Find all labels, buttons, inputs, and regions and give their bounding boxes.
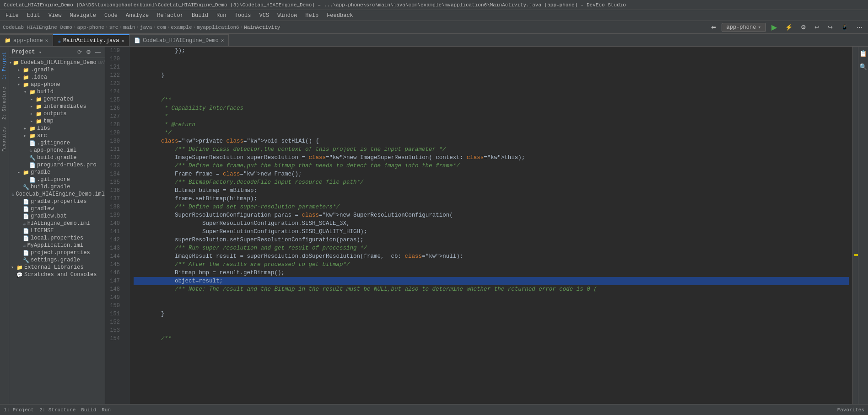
tree-item[interactable]: ▸📁intermediates bbox=[9, 103, 105, 110]
settings-btn[interactable]: ⚙ bbox=[798, 22, 809, 32]
code-line[interactable]: object=result; bbox=[134, 277, 849, 285]
tree-item[interactable]: ▾📁app-phone bbox=[9, 81, 105, 88]
code-line[interactable]: /** BitmapFactory.decodeFile input resou… bbox=[134, 178, 849, 186]
code-line[interactable]: */ bbox=[134, 129, 849, 137]
device-btn[interactable]: 📱 bbox=[838, 22, 851, 32]
tree-item[interactable]: 📄.gitignore bbox=[9, 139, 105, 147]
code-line[interactable]: Frame frame = class="kw">new Frame(); bbox=[134, 170, 849, 178]
code-line[interactable]: frame.setBitmap(bitmap); bbox=[134, 195, 849, 203]
tree-item[interactable]: ▸📁gradle bbox=[9, 169, 105, 176]
tree-item[interactable]: 💬Scratches and Consoles bbox=[9, 271, 105, 278]
menu-item-window[interactable]: Window bbox=[274, 11, 301, 20]
tree-item[interactable]: 📄proguard-rules.pro bbox=[9, 161, 105, 169]
status-run[interactable]: Run bbox=[102, 407, 111, 413]
tree-item[interactable]: ▸📁.gradle bbox=[9, 66, 105, 74]
tree-item[interactable]: ☕HIAIEngine_demo.iml bbox=[9, 220, 105, 227]
run-config-dropdown-icon[interactable]: ▾ bbox=[758, 24, 761, 30]
code-line[interactable]: ImageSuperResolution superResolution = c… bbox=[134, 154, 849, 162]
tree-item[interactable]: ☕MyApplication.iml bbox=[9, 242, 105, 249]
code-line[interactable]: /** bbox=[134, 335, 849, 343]
tree-item[interactable]: ☕CodeLab_HIAIEngine_Demo.iml bbox=[9, 191, 105, 198]
menu-item-help[interactable]: Help bbox=[302, 11, 322, 20]
code-line[interactable]: Bitmap bitmap = mBitmap; bbox=[134, 186, 849, 195]
tree-item[interactable]: 📄project.properties bbox=[9, 249, 105, 256]
code-line[interactable]: Bitmap bmp = result.getBitmap(); bbox=[134, 269, 849, 277]
code-line[interactable] bbox=[134, 88, 849, 96]
breadcrumb-mainactivity[interactable]: MainActivity bbox=[244, 25, 280, 30]
breadcrumb-main[interactable]: main bbox=[123, 25, 135, 30]
tree-item[interactable]: ▸📁src bbox=[9, 132, 105, 139]
code-line[interactable] bbox=[134, 326, 849, 335]
right-panel-icon-2[interactable]: 🔍 bbox=[858, 62, 868, 72]
tree-item[interactable]: 📄.gitignore bbox=[9, 176, 105, 183]
tab-app-phone-close[interactable]: ✕ bbox=[45, 37, 49, 43]
tree-item[interactable]: ▸📁outputs bbox=[9, 110, 105, 117]
code-line[interactable]: /** After the results are processed to g… bbox=[134, 261, 849, 269]
breadcrumb-project[interactable]: CodeLab_HIAIEngine_Demo bbox=[3, 25, 72, 30]
menu-item-run[interactable]: Run bbox=[213, 11, 230, 20]
tree-item[interactable]: ▸📁generated bbox=[9, 96, 105, 103]
code-line[interactable]: /** Define class detector,the context of… bbox=[134, 145, 849, 154]
code-line[interactable]: /** bbox=[134, 96, 849, 104]
code-line[interactable]: } bbox=[134, 71, 849, 80]
tree-item[interactable]: 🔧build.gradle bbox=[9, 183, 105, 191]
tree-item[interactable]: 🔧settings.gradle bbox=[9, 256, 105, 264]
breadcrumb-myapplication6[interactable]: myapplication6 bbox=[197, 25, 239, 30]
breadcrumb-module[interactable]: app-phone bbox=[77, 25, 104, 30]
tab-app-phone[interactable]: 📁 app-phone ✕ bbox=[0, 34, 53, 46]
code-area[interactable]: }); } /** * Capability Interfaces * * @r… bbox=[130, 47, 852, 404]
tree-item[interactable]: ▸📁.idea bbox=[9, 74, 105, 81]
editor[interactable]: 1191201211221231241251261271281291301311… bbox=[105, 47, 858, 404]
code-line[interactable]: superResolution.setSuperResolutionConfig… bbox=[134, 236, 849, 244]
code-line[interactable]: SuperResolutionConfiguration paras = cla… bbox=[134, 211, 849, 219]
menu-item-build[interactable]: Build bbox=[188, 11, 212, 20]
tree-item[interactable]: 📄LICENSE bbox=[9, 227, 105, 234]
right-panel-icon-1[interactable]: 📋 bbox=[858, 48, 868, 59]
code-line[interactable] bbox=[134, 80, 849, 88]
menu-item-vcs[interactable]: VCS bbox=[256, 11, 273, 20]
tree-item[interactable]: ▾📁CodeLab_HIAIEngine_DemoDA\DS\tuxiangch… bbox=[9, 59, 105, 66]
sidebar-sync-btn[interactable]: ⟳ bbox=[76, 48, 83, 56]
menu-item-code[interactable]: Code bbox=[101, 11, 121, 20]
menu-item-navigate[interactable]: Navigate bbox=[66, 11, 100, 20]
menu-item-analyze[interactable]: Analyze bbox=[122, 11, 152, 20]
status-build[interactable]: Build bbox=[81, 407, 96, 413]
nav-back-btn[interactable]: ⬅ bbox=[708, 22, 719, 32]
sidebar-layout-btn[interactable]: ⚙ bbox=[85, 48, 92, 56]
code-line[interactable]: * bbox=[134, 112, 849, 121]
code-line[interactable] bbox=[134, 302, 849, 310]
tree-item[interactable]: ▾📁External Libraries bbox=[9, 264, 105, 271]
undo-btn[interactable]: ↩ bbox=[812, 22, 822, 32]
code-line[interactable]: * @return bbox=[134, 121, 849, 129]
run-lightning-btn[interactable]: ⚡ bbox=[782, 22, 795, 32]
breadcrumb-java[interactable]: java bbox=[140, 25, 152, 30]
menu-item-tools[interactable]: Tools bbox=[231, 11, 255, 20]
code-line[interactable] bbox=[134, 318, 849, 326]
code-line[interactable]: /** Define the frame,put the bitmap that… bbox=[134, 162, 849, 170]
tab-codelab-close[interactable]: ✕ bbox=[221, 37, 224, 43]
status-favorites[interactable]: Favorites bbox=[837, 407, 864, 413]
tab-mainactivity[interactable]: ☕ MainActivity.java ✕ bbox=[53, 34, 129, 46]
tab-codelab[interactable]: 📄 CodeLab_HIAIEngine_Demo ✕ bbox=[129, 34, 229, 46]
tree-item[interactable]: 📄gradlew bbox=[9, 205, 105, 213]
code-line[interactable]: ImageResult result = superResolution.doS… bbox=[134, 252, 849, 261]
more-btn[interactable]: ⋯ bbox=[854, 22, 865, 32]
code-line[interactable] bbox=[134, 63, 849, 71]
tree-item[interactable]: ☕app-phone.iml bbox=[9, 147, 105, 154]
code-line[interactable]: class="kw">private class="kw">void setHi… bbox=[134, 137, 849, 145]
sidebar-dropdown-icon[interactable]: ▾ bbox=[38, 49, 42, 55]
menu-item-view[interactable]: View bbox=[45, 11, 65, 20]
status-project[interactable]: 1: Project bbox=[4, 407, 34, 413]
menu-item-file[interactable]: File bbox=[2, 11, 22, 20]
code-line[interactable]: SuperResolutionConfiguration.SISR_QUALIT… bbox=[134, 228, 849, 236]
breadcrumb-src[interactable]: src bbox=[109, 25, 118, 30]
tree-item[interactable]: ▾📁build bbox=[9, 88, 105, 96]
redo-btn[interactable]: ↪ bbox=[825, 22, 836, 32]
status-structure[interactable]: 2: Structure bbox=[39, 407, 75, 413]
code-line[interactable]: /** Note: The result and the Bitmap in t… bbox=[134, 285, 849, 293]
structure-panel-icon[interactable]: 2: Structure bbox=[1, 85, 8, 122]
code-line[interactable] bbox=[134, 55, 849, 63]
sidebar-minimize-btn[interactable]: — bbox=[94, 48, 102, 56]
code-line[interactable]: /** Define and set super-resolution para… bbox=[134, 203, 849, 211]
code-line[interactable]: SuperResolutionConfiguration.SISR_SCALE_… bbox=[134, 219, 849, 228]
